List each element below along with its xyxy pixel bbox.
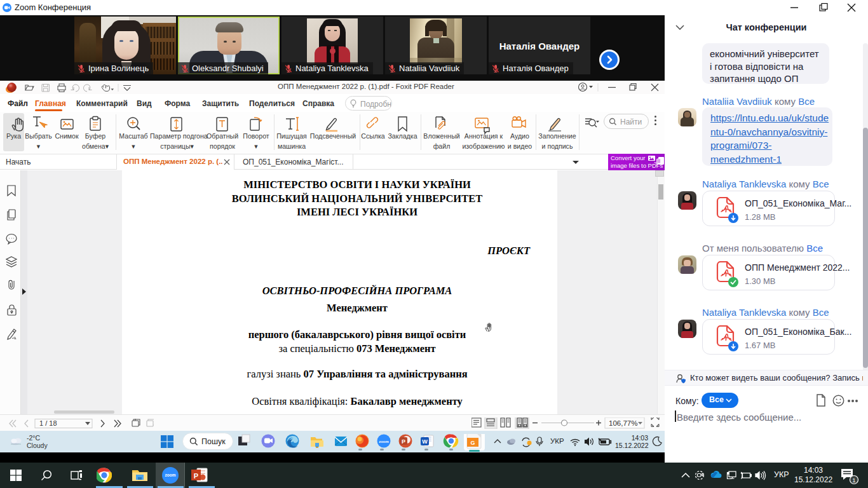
svg-text:G: G (470, 440, 475, 446)
svg-text:106,77%: 106,77% (609, 419, 637, 427)
svg-text:1 / 18: 1 / 18 (39, 419, 57, 427)
svg-text:P: P (402, 438, 405, 445)
svg-text:W: W (422, 438, 428, 445)
svg-text:zoom: zoom (379, 440, 389, 444)
svg-text:1: 1 (852, 477, 855, 484)
svg-text:P: P (194, 472, 198, 480)
